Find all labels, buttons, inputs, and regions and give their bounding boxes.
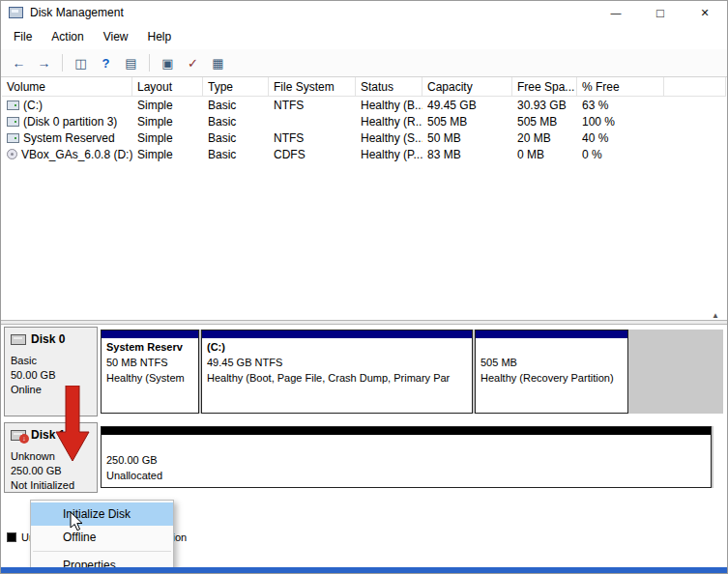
partition-c-drive[interactable]: (C:) 49.45 GB NTFS Healthy (Boot, Page F… (201, 330, 473, 414)
type-cell: Basic (203, 131, 269, 145)
type-cell: Basic (203, 115, 269, 129)
table-row[interactable]: System Reserved Simple Basic NTFS Health… (2, 129, 726, 146)
view-icon[interactable]: ▦ (207, 53, 229, 73)
disk-1-row: ↓ Disk 1 Unknown 250.00 GB Not Initializ… (3, 422, 725, 493)
volume-name: (Disk 0 partition 3) (23, 115, 117, 129)
rescan-disks-icon[interactable]: ✓ (182, 53, 204, 73)
percent-free-cell: 63 % (577, 99, 664, 112)
volume-cell: VBox_GAs_6.0.8 (D:) (2, 148, 132, 161)
capacity-cell: 50 MB (422, 131, 512, 145)
menu-separator (33, 551, 171, 552)
disk-name: Disk 0 (31, 332, 65, 346)
cd-drive-icon (7, 149, 17, 159)
menu-action[interactable]: Action (42, 26, 93, 47)
action-pane-icon[interactable]: ▣ (157, 53, 179, 73)
type-cell: Basic (203, 99, 269, 112)
forward-icon[interactable]: → (33, 53, 55, 73)
disk-size: 50.00 GB (11, 368, 91, 383)
volume-table-header: Volume Layout Type File System Status Ca… (2, 77, 726, 97)
status-cell: Healthy (P... (356, 148, 422, 161)
unallocated-region[interactable]: 250.00 GB Unallocated (101, 426, 712, 488)
free-space-cell: 20 MB (512, 131, 577, 145)
table-row[interactable]: VBox_GAs_6.0.8 (D:) Simple Basic CDFS He… (2, 146, 726, 162)
close-button[interactable]: ✕ (683, 1, 727, 24)
percent-free-cell: 100 % (577, 115, 664, 129)
column-header-free-space[interactable]: Free Spa... (512, 77, 577, 96)
toolbar-separator (62, 54, 63, 72)
column-header-capacity[interactable]: Capacity (422, 77, 512, 96)
window-title: Disk Management (30, 6, 124, 19)
toolbar: ← → ◫ ? ▤ ▣ ✓ ▦ (1, 49, 727, 77)
menu-item-initialize-disk[interactable]: Initialize Disk (31, 502, 173, 526)
volume-cell: (Disk 0 partition 3) (2, 115, 132, 129)
percent-free-cell: 40 % (577, 131, 664, 145)
properties-icon[interactable]: ▤ (120, 53, 142, 73)
partition-detail: 250.00 GB (106, 454, 162, 470)
help-icon[interactable]: ? (95, 53, 117, 73)
partition-health: Healthy (System (106, 372, 193, 387)
minimize-button[interactable]: — (594, 1, 638, 24)
menu-help[interactable]: Help (138, 26, 182, 47)
partition-title (480, 341, 623, 357)
column-header-type[interactable]: Type (203, 77, 269, 96)
primary-partition-stripe (202, 330, 472, 338)
capacity-cell: 505 MB (422, 115, 512, 129)
console-tree-icon[interactable]: ◫ (70, 53, 92, 73)
unallocated-stripe (102, 427, 711, 435)
type-cell: Basic (203, 148, 269, 161)
disk-0-strip: System Reserv 50 MB NTFS Healthy (System… (101, 330, 723, 414)
drive-icon (7, 117, 19, 127)
disk-0-row: Disk 0 Basic 50.00 GB Online System Rese… (3, 327, 725, 416)
disk-type: Basic (11, 354, 91, 368)
volume-list-pane: Volume Layout Type File System Status Ca… (2, 77, 726, 320)
menu-view[interactable]: View (94, 26, 138, 47)
column-header-percent-free[interactable]: % Free (577, 77, 664, 96)
menu-bar: File Action View Help (1, 24, 727, 49)
annotation-arrow-icon (54, 386, 91, 463)
disk-management-window: Disk Management — □ ✕ File Action View H… (0, 0, 728, 574)
unallocated-color-swatch (7, 532, 16, 542)
volume-cell: (C:) (2, 99, 132, 112)
free-space-cell: 0 MB (512, 148, 577, 161)
column-header-layout[interactable]: Layout (132, 77, 203, 96)
disk-1-strip: 250.00 GB Unallocated (101, 426, 713, 488)
table-row[interactable]: (Disk 0 partition 3) Simple Basic Health… (2, 113, 726, 129)
status-cell: Healthy (S... (356, 131, 422, 145)
menu-file[interactable]: File (4, 26, 42, 47)
disk-icon (11, 334, 26, 345)
file-system-cell: NTFS (269, 99, 356, 112)
partition-health: Healthy (Recovery Partition) (480, 372, 623, 387)
layout-cell: Simple (132, 131, 203, 145)
layout-cell: Simple (132, 148, 203, 161)
disk-size: 250.00 GB (11, 464, 91, 478)
volume-name: VBox_GAs_6.0.8 (D:) (21, 148, 132, 161)
app-icon[interactable] (9, 7, 23, 18)
layout-cell: Simple (132, 99, 203, 112)
primary-partition-stripe (476, 330, 627, 338)
column-header-status[interactable]: Status (356, 77, 422, 96)
toolbar-separator (149, 54, 150, 72)
menu-item-offline[interactable]: Offline (31, 526, 173, 549)
partition-title: System Reserv (106, 341, 193, 357)
column-header-file-system[interactable]: File System (269, 77, 356, 96)
partition-system-reserved[interactable]: System Reserv 50 MB NTFS Healthy (System (101, 330, 199, 414)
layout-cell: Simple (132, 115, 203, 129)
table-row[interactable]: (C:) Simple Basic NTFS Healthy (B... 49.… (2, 97, 726, 113)
partition-recovery[interactable]: 505 MB Healthy (Recovery Partition) (475, 330, 628, 414)
partition-health: Unallocated (106, 470, 162, 485)
partition-detail: 50 MB NTFS (106, 357, 193, 372)
status-cell: Healthy (B... (356, 99, 422, 112)
title-bar: Disk Management — □ ✕ (1, 1, 727, 24)
scroll-up-button[interactable]: ▲ (709, 310, 722, 320)
column-header-volume[interactable]: Volume (2, 77, 132, 96)
status-cell: Healthy (R... (356, 115, 422, 129)
primary-partition-stripe (102, 330, 198, 338)
maximize-button[interactable]: □ (638, 1, 683, 24)
window-controls: — □ ✕ (594, 1, 727, 24)
free-space-cell: 30.93 GB (512, 99, 577, 112)
volume-cell: System Reserved (2, 131, 132, 145)
mouse-cursor-icon (70, 511, 83, 531)
back-icon[interactable]: ← (8, 53, 30, 73)
disk-status: Not Initialized (11, 478, 91, 493)
capacity-cell: 83 MB (422, 148, 512, 161)
